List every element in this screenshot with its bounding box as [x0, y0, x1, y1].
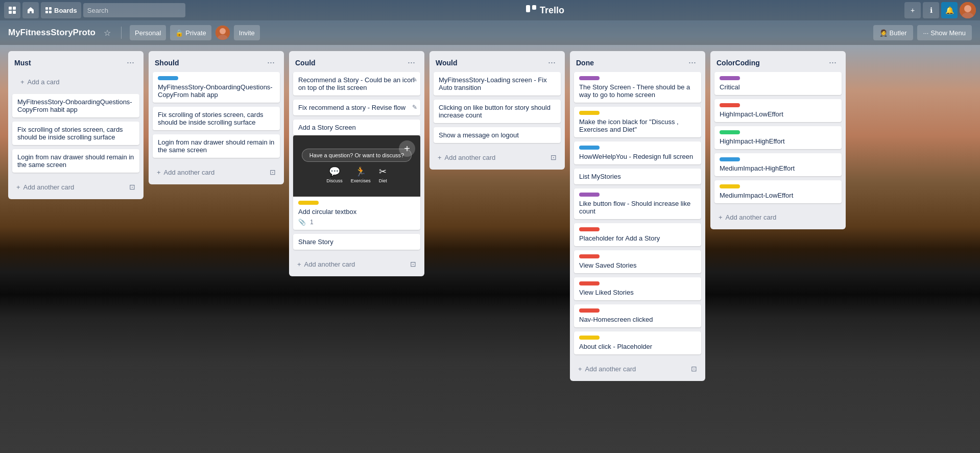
card-label-red2 [579, 254, 600, 258]
list-should-header: Should ··· [149, 51, 284, 72]
butler-button[interactable]: 🤵 Butler [873, 25, 913, 40]
butler-icon: 🤵 [879, 29, 888, 37]
should-template-icon: ⊡ [270, 168, 276, 176]
card-d2[interactable]: Make the icon black for "Discuss , Exerc… [574, 107, 701, 137]
card-d8[interactable]: View Liked Stories [574, 277, 701, 300]
board-area: Must ··· + Add a card MyFitnessStory-Onb… [0, 45, 980, 453]
show-menu-button[interactable]: ··· Show Menu [917, 25, 972, 40]
card-s1[interactable]: MyFitnessStory-OnboardingQuestions-CopyF… [153, 72, 280, 103]
search-input[interactable] [83, 3, 185, 17]
card-w2[interactable]: Clicking on like button for story should… [434, 100, 561, 123]
grid-icon-btn[interactable] [4, 2, 20, 18]
info-button[interactable]: ℹ [923, 2, 939, 18]
list-done-menu[interactable]: ··· [685, 56, 699, 69]
card-cc5[interactable]: MediumImpact-LowEffort [714, 180, 842, 203]
card-w1[interactable]: MyFitnessStory-Loading screen - Fix Auto… [434, 72, 561, 96]
member-avatar[interactable] [216, 26, 230, 40]
trello-logo-text: Trello [540, 5, 564, 16]
would-template-icon: ⊡ [551, 153, 557, 161]
boards-button[interactable]: Boards [41, 2, 81, 18]
card-d1[interactable]: The Story Screen - There should be a way… [574, 72, 701, 103]
list-would-cards: MyFitnessStory-Loading screen - Fix Auto… [429, 72, 565, 147]
list-could-title: Could [295, 59, 316, 67]
notification-button[interactable]: 🔔 [941, 2, 958, 18]
card-cc1[interactable]: Critical [714, 72, 842, 95]
card-image: Have a question? Or want to discuss? 💬 D… [293, 135, 420, 197]
discuss-icon-item: 💬 Discuss [326, 166, 343, 183]
card-c5[interactable]: Share Story [293, 234, 420, 250]
card-d4[interactable]: List MyStories [574, 169, 701, 184]
svg-rect-0 [9, 7, 12, 10]
diet-icon-item: ✂ Diet [379, 166, 387, 183]
card-w3[interactable]: Show a message on logout [434, 127, 561, 143]
attach-icon: 📎 [298, 219, 306, 226]
card-label-yellow [298, 201, 319, 205]
card-d7[interactable]: View Saved Stories [574, 250, 701, 273]
colorcoding-add-another[interactable]: + Add another card [712, 209, 844, 225]
card-cc3[interactable]: HighImpact-HighEffort [714, 126, 842, 149]
card-cc4[interactable]: MediumImpact-HighEffort [714, 153, 842, 176]
card-label-yellow2 [579, 111, 600, 115]
card-c4[interactable]: Have a question? Or want to discuss? 💬 D… [293, 135, 420, 230]
card-cc2[interactable]: HighImpact-LowEffort [714, 99, 842, 122]
edit-icon-c2[interactable]: ✎ [412, 104, 417, 111]
list-would-header: Would ··· [429, 51, 565, 72]
ellipsis-icon: ··· [923, 29, 929, 37]
list-should-title: Should [155, 59, 179, 67]
star-button[interactable]: ☆ [102, 26, 113, 40]
list-must-menu[interactable]: ··· [124, 56, 137, 69]
private-label: Private [185, 29, 206, 37]
invite-button[interactable]: Invite [234, 25, 260, 40]
card-label-red3 [579, 281, 600, 285]
should-add-another[interactable]: + Add another card ⊡ [151, 164, 282, 180]
card-s3[interactable]: Login from nav drawer should remain in t… [153, 134, 280, 158]
card-c3[interactable]: Add a Story Screen [293, 120, 420, 135]
card-m1[interactable]: MyFitnessStory-OnboardingQuestions-CopyF… [12, 94, 139, 117]
card-m3[interactable]: Login from nav drawer should remain in t… [12, 149, 139, 173]
cc-label-mediumimpact-higheffort [720, 157, 740, 161]
must-add-card-top[interactable]: + Add a card [14, 74, 137, 90]
card-d10[interactable]: About click - Placeholder [574, 331, 701, 354]
personal-label: Personal [135, 29, 161, 37]
list-done-title: Done [576, 59, 594, 67]
must-add-another[interactable]: + Add another card ⊡ [10, 179, 141, 195]
list-should-menu[interactable]: ··· [264, 56, 278, 69]
card-d3[interactable]: HowWeHelpYou - Redesign full screen [574, 141, 701, 164]
list-done-cards: The Story Screen - There should be a way… [570, 72, 705, 359]
list-would-menu[interactable]: ··· [545, 56, 559, 69]
list-colorcoding-cards: Critical HighImpact-LowEffort HighImpact… [710, 72, 846, 207]
would-add-another[interactable]: + Add another card ⊡ [432, 149, 563, 165]
done-add-another[interactable]: + Add another card ⊡ [572, 361, 703, 377]
svg-point-11 [964, 5, 971, 12]
edit-icon[interactable]: ✎ [412, 76, 417, 83]
could-add-another[interactable]: + Add another card ⊡ [291, 256, 422, 272]
list-could: Could ··· Recommend a Story - Could be a… [289, 51, 424, 276]
attach-count: 1 [310, 219, 314, 226]
list-would: Would ··· MyFitnessStory-Loading screen … [429, 51, 565, 170]
card-d6[interactable]: Placeholder for Add a Story [574, 223, 701, 246]
could-template-icon: ⊡ [410, 260, 416, 268]
trello-logo: Trello [525, 5, 564, 16]
list-colorcoding-menu[interactable]: ··· [826, 56, 840, 69]
sub-nav: MyFitnessStoryProto ☆ Personal 🔒 Private… [0, 20, 980, 45]
list-colorcoding-header: ColorCoding ··· [710, 51, 846, 72]
card-c2[interactable]: Fix recommend a story - Revise flow ✎ [293, 100, 420, 115]
svg-rect-8 [526, 5, 530, 12]
home-icon-btn[interactable] [22, 2, 39, 18]
svg-rect-3 [13, 11, 16, 14]
card-d9[interactable]: Nav-Homescreen clicked [574, 304, 701, 327]
card-d5[interactable]: Like button flow - Should increase like … [574, 188, 701, 219]
list-must: Must ··· + Add a card MyFitnessStory-Onb… [8, 51, 144, 199]
add-button[interactable]: + [904, 2, 921, 18]
card-s2[interactable]: Fix scrolling of stories screen, cards s… [153, 107, 280, 130]
nav-center: Trello [187, 5, 902, 16]
personal-button[interactable]: Personal [130, 25, 166, 40]
private-button[interactable]: 🔒 Private [170, 25, 211, 40]
add-circle-button[interactable]: + [399, 140, 415, 157]
card-m2[interactable]: Fix scrolling of stories screen, cards s… [12, 122, 139, 145]
avatar[interactable] [960, 2, 976, 18]
nav-right: + ℹ 🔔 [904, 2, 976, 18]
card-c1[interactable]: Recommend a Story - Could be an icon on … [293, 72, 420, 96]
list-could-menu[interactable]: ··· [404, 56, 418, 69]
discuss-button[interactable]: Have a question? Or want to discuss? [302, 149, 412, 162]
